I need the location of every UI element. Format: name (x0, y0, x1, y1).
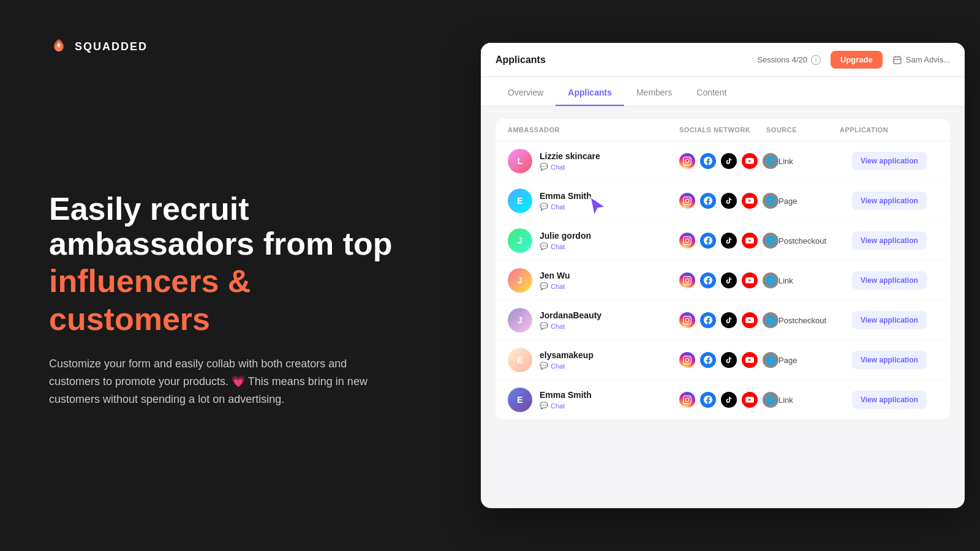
avatar: J (508, 308, 532, 332)
facebook-icon[interactable] (700, 233, 716, 249)
avatar: L (508, 149, 532, 173)
right-panel: Applicants Sessions 4/20 i Upgrade Sam A… (466, 0, 980, 551)
sessions-text: Sessions 4/20 (757, 55, 807, 64)
col-ambassador: AMBASSADOR (508, 126, 679, 133)
instagram-icon[interactable] (679, 153, 695, 169)
app-title: Applicants (496, 54, 546, 66)
source-cell: Link (778, 157, 852, 166)
avatar: J (508, 268, 532, 293)
web-icon[interactable]: 🌐 (763, 272, 778, 288)
user-info: Sam Advis... (892, 55, 950, 65)
facebook-icon[interactable] (700, 352, 716, 368)
youtube-icon[interactable] (742, 153, 758, 169)
upgrade-button[interactable]: Upgrade (831, 51, 883, 69)
app-window: Applicants Sessions 4/20 i Upgrade Sam A… (481, 43, 965, 508)
tab-members[interactable]: Members (624, 80, 684, 106)
application-cell: View application (852, 391, 950, 409)
chat-icon: 💬 (540, 402, 548, 410)
chat-icon: 💬 (540, 322, 548, 330)
ambassador-name: Lizzie skincare (540, 151, 600, 161)
web-icon[interactable]: 🌐 (763, 352, 778, 368)
youtube-icon[interactable] (742, 352, 758, 368)
chat-badge[interactable]: 💬 Chat (540, 163, 600, 171)
instagram-icon[interactable] (679, 392, 695, 408)
ambassador-name: Emma Smith (540, 390, 592, 400)
chat-badge[interactable]: 💬 Chat (540, 282, 570, 290)
chat-badge[interactable]: 💬 Chat (540, 203, 592, 211)
table-row: J JordanaBeauty 💬 Chat (496, 301, 950, 340)
youtube-icon[interactable] (742, 392, 758, 408)
web-icon[interactable]: 🌐 (763, 193, 778, 209)
ambassador-info: Julie gordon 💬 Chat (540, 231, 591, 250)
ambassador-name: Jen Wu (540, 271, 570, 280)
source-cell: Page (778, 197, 852, 206)
ambassador-cell: J Jen Wu 💬 Chat (508, 268, 679, 293)
view-application-button[interactable]: View application (852, 351, 927, 369)
col-application: Application (840, 126, 938, 133)
instagram-icon[interactable] (679, 233, 695, 249)
chat-label: Chat (551, 203, 565, 211)
user-label: Sam Advis... (906, 55, 950, 64)
youtube-icon[interactable] (742, 193, 758, 209)
view-application-button[interactable]: View application (852, 271, 927, 290)
socials-cell: 🌐 (679, 352, 778, 368)
facebook-icon[interactable] (700, 272, 716, 288)
web-icon[interactable]: 🌐 (763, 233, 778, 249)
table-row: E Emma Smith 💬 Chat (496, 380, 950, 419)
facebook-icon[interactable] (700, 392, 716, 408)
view-application-button[interactable]: View application (852, 311, 927, 329)
view-application-button[interactable]: View application (852, 152, 927, 170)
web-icon[interactable]: 🌐 (763, 312, 778, 328)
instagram-icon[interactable] (679, 352, 695, 368)
tiktok-icon[interactable] (721, 272, 737, 288)
source-cell: Link (778, 395, 852, 405)
tab-content[interactable]: Content (684, 80, 739, 106)
avatar: J (508, 228, 532, 253)
web-icon[interactable]: 🌐 (763, 392, 778, 408)
nav-tabs: Overview Applicants Members Content (481, 77, 965, 107)
chat-badge[interactable]: 💬 Chat (540, 362, 594, 370)
chat-icon: 💬 (540, 163, 548, 171)
chat-label: Chat (551, 402, 565, 410)
view-application-button[interactable]: View application (852, 231, 927, 250)
ambassador-name: Emma Smith (540, 191, 592, 201)
instagram-icon[interactable] (679, 272, 695, 288)
info-icon[interactable]: i (811, 55, 821, 65)
ambassador-name: JordanaBeauty (540, 310, 601, 320)
youtube-icon[interactable] (742, 233, 758, 249)
youtube-icon[interactable] (742, 272, 758, 288)
chat-badge[interactable]: 💬 Chat (540, 322, 601, 330)
ambassador-info: JordanaBeauty 💬 Chat (540, 310, 601, 330)
facebook-icon[interactable] (700, 312, 716, 328)
ambassador-info: Lizzie skincare 💬 Chat (540, 151, 600, 171)
avatar: E (508, 348, 532, 372)
chat-badge[interactable]: 💬 Chat (540, 242, 591, 250)
tiktok-icon[interactable] (721, 352, 737, 368)
tiktok-icon[interactable] (721, 392, 737, 408)
youtube-icon[interactable] (742, 312, 758, 328)
ambassador-info: elysamakeup 💬 Chat (540, 350, 594, 370)
app-header: Applicants Sessions 4/20 i Upgrade Sam A… (481, 43, 965, 77)
web-icon[interactable]: 🌐 (763, 153, 778, 169)
table-row: L Lizzie skincare 💬 Chat (496, 141, 950, 181)
col-socials: Socials Network (679, 126, 766, 133)
headline-line3: influencers & customers (49, 262, 417, 339)
application-cell: View application (852, 152, 950, 170)
facebook-icon[interactable] (700, 153, 716, 169)
calendar-icon (892, 55, 902, 65)
instagram-icon[interactable] (679, 193, 695, 209)
facebook-icon[interactable] (700, 193, 716, 209)
tab-applicants[interactable]: Applicants (556, 80, 624, 106)
chat-badge[interactable]: 💬 Chat (540, 402, 592, 410)
tiktok-icon[interactable] (721, 233, 737, 249)
chat-icon: 💬 (540, 242, 548, 250)
tab-overview[interactable]: Overview (496, 80, 556, 106)
view-application-button[interactable]: View application (852, 192, 927, 210)
view-application-button[interactable]: View application (852, 391, 927, 409)
instagram-icon[interactable] (679, 312, 695, 328)
tiktok-icon[interactable] (721, 193, 737, 209)
tiktok-icon[interactable] (721, 153, 737, 169)
tiktok-icon[interactable] (721, 312, 737, 328)
ambassador-cell: J Julie gordon 💬 Chat (508, 228, 679, 253)
source-cell: Link (778, 276, 852, 285)
